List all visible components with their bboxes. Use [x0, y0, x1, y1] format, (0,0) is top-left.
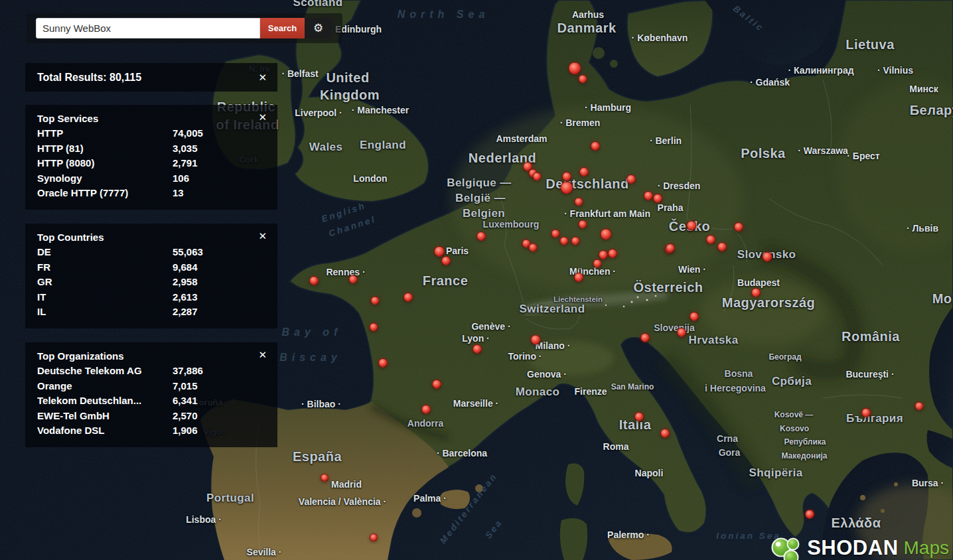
- map-marker[interactable]: [653, 194, 662, 203]
- map-marker[interactable]: [432, 380, 441, 389]
- map-marker[interactable]: [421, 405, 431, 414]
- stat-label: Synology: [37, 171, 173, 186]
- map-marker[interactable]: [569, 62, 581, 75]
- stat-label: HTTP: [37, 126, 173, 141]
- logo-text: SHODAN: [807, 536, 898, 560]
- map-marker[interactable]: [626, 175, 636, 184]
- stat-value: 2,958: [173, 275, 267, 290]
- gear-icon[interactable]: ⚙: [305, 18, 332, 38]
- map-marker[interactable]: [370, 533, 378, 541]
- shodan-maps-app: North SeaBalticEnglishChannelBay ofBisca…: [0, 0, 953, 560]
- stat-row: Deutsche Telekom AG37,886: [37, 364, 267, 379]
- stat-value: 37,886: [173, 364, 267, 379]
- total-results-panel: Total Results: 80,115 ✕: [25, 63, 277, 92]
- stat-value: 2,570: [173, 409, 267, 424]
- map-marker[interactable]: [805, 510, 814, 519]
- map-marker[interactable]: [734, 222, 743, 232]
- stat-value: 106: [173, 171, 267, 186]
- map-marker[interactable]: [349, 275, 358, 284]
- map-marker[interactable]: [309, 276, 319, 285]
- map-marker[interactable]: [529, 244, 538, 252]
- close-icon[interactable]: ✕: [258, 230, 267, 243]
- shodan-maps-logo[interactable]: SHODAN Maps: [771, 533, 949, 560]
- map-marker[interactable]: [378, 358, 388, 368]
- close-icon[interactable]: ✕: [258, 111, 267, 124]
- map-marker[interactable]: [861, 408, 871, 417]
- map-marker[interactable]: [717, 242, 727, 251]
- map-marker[interactable]: [591, 141, 600, 151]
- stat-row: FR9,684: [37, 260, 267, 275]
- stat-label: IT: [37, 290, 173, 305]
- map-marker[interactable]: [575, 198, 583, 206]
- map-marker[interactable]: [434, 246, 445, 257]
- map-marker[interactable]: [677, 328, 686, 337]
- top-organizations-panel: Top Organizations ✕ Deutsche Telekom AG3…: [25, 342, 277, 447]
- map-marker[interactable]: [763, 252, 772, 262]
- map-marker[interactable]: [644, 191, 653, 200]
- stat-label: GR: [37, 275, 173, 290]
- map-marker[interactable]: [321, 474, 329, 482]
- map-marker[interactable]: [473, 344, 482, 354]
- map-marker[interactable]: [634, 412, 644, 421]
- stat-label: Oracle HTTP (7777): [37, 186, 173, 201]
- map-marker[interactable]: [579, 220, 587, 229]
- map-marker[interactable]: [370, 323, 378, 332]
- stat-value: 2,287: [173, 305, 267, 320]
- stat-value: 74,005: [173, 126, 267, 141]
- stat-label: IL: [37, 305, 173, 320]
- map-marker[interactable]: [690, 312, 699, 321]
- map-marker[interactable]: [441, 256, 451, 265]
- top-services-panel: Top Services ✕ HTTP74,005HTTP (81)3,035H…: [25, 105, 277, 210]
- map-marker[interactable]: [601, 229, 612, 240]
- map-marker[interactable]: [599, 250, 608, 259]
- search-button[interactable]: Search: [260, 18, 305, 38]
- map-marker[interactable]: [531, 335, 541, 345]
- stat-row: Vodafone DSL1,906: [37, 423, 267, 439]
- shodan-bubbles-icon: [771, 537, 803, 560]
- panel-title: Top Services: [37, 111, 98, 126]
- stat-row: Oracle HTTP (7777)13: [37, 186, 267, 201]
- stat-label: HTTP (8080): [37, 156, 173, 171]
- search-bar: Search ⚙: [27, 13, 342, 43]
- map-marker[interactable]: [687, 221, 697, 231]
- stat-row: IT2,613: [37, 290, 267, 305]
- map-marker[interactable]: [403, 293, 413, 302]
- stat-row: IL2,287: [37, 305, 267, 320]
- stat-value: 1,906: [173, 423, 267, 439]
- stat-row: GR2,958: [37, 275, 267, 290]
- map-marker[interactable]: [751, 288, 761, 297]
- stat-value: 2,613: [173, 290, 267, 305]
- stat-value: 55,063: [173, 245, 267, 260]
- map-marker[interactable]: [579, 75, 587, 84]
- stat-row: HTTP (81)3,035: [37, 141, 267, 157]
- stat-row: HTTP74,005: [37, 126, 267, 141]
- stat-value: 9,684: [173, 260, 267, 275]
- stat-value: 13: [173, 186, 267, 201]
- map-marker[interactable]: [562, 172, 571, 181]
- map-marker[interactable]: [640, 333, 650, 342]
- map-marker[interactable]: [551, 230, 560, 238]
- map-marker[interactable]: [574, 273, 583, 282]
- stat-value: 6,341: [173, 393, 267, 409]
- map-marker[interactable]: [579, 167, 589, 176]
- map-marker[interactable]: [706, 235, 715, 244]
- map-marker[interactable]: [533, 173, 542, 181]
- stat-label: Telekom Deutschlan...: [37, 393, 173, 409]
- map-marker[interactable]: [561, 182, 573, 194]
- close-icon[interactable]: ✕: [258, 348, 267, 362]
- map-marker[interactable]: [660, 429, 670, 438]
- map-marker[interactable]: [560, 237, 569, 245]
- close-icon[interactable]: ✕: [258, 71, 267, 84]
- map-marker[interactable]: [593, 259, 602, 268]
- map-marker[interactable]: [608, 249, 617, 258]
- stat-label: Vodafone DSL: [37, 423, 173, 439]
- map-marker[interactable]: [371, 297, 380, 305]
- map-marker[interactable]: [571, 237, 580, 245]
- map-marker[interactable]: [476, 232, 486, 241]
- stat-label: EWE-Tel GmbH: [37, 409, 173, 424]
- search-input[interactable]: [36, 18, 260, 38]
- map-marker[interactable]: [666, 244, 675, 253]
- stat-label: HTTP (81): [37, 141, 173, 157]
- total-results-text: Total Results: 80,115: [37, 72, 141, 84]
- map-marker[interactable]: [915, 402, 924, 411]
